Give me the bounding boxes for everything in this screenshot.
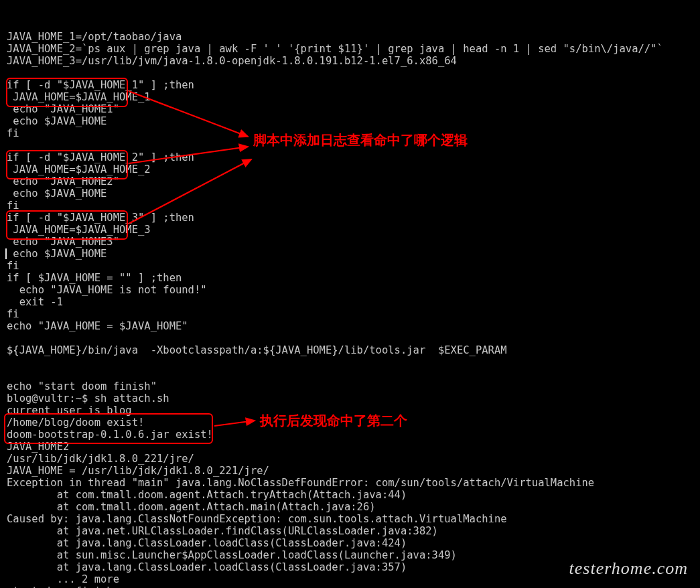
terminal-line: JAVA_HOME2 xyxy=(7,441,693,453)
terminal-line: JAVA_HOME=$JAVA_HOME_2 xyxy=(7,163,693,175)
terminal-line xyxy=(7,139,693,151)
terminal-line: echo $JAVA_HOME xyxy=(7,248,693,260)
terminal-line: JAVA_HOME_2=`ps aux | grep java | awk -F… xyxy=(7,43,693,55)
terminal-line: if [ -d "$JAVA_HOME_1" ] ;then xyxy=(7,79,693,91)
terminal-line: echo "JAVA_HOME = $JAVA_HOME" xyxy=(7,320,693,332)
terminal-line: /home/blog/doom exist! xyxy=(7,417,693,429)
terminal-line: at com.tmall.doom.agent.Attach.main(Atta… xyxy=(7,501,693,513)
terminal-line: current user is blog xyxy=(7,405,693,417)
terminal-line: echo "JAVA_HOME is not found!" xyxy=(7,284,693,296)
terminal-line: echo $JAVA_HOME xyxy=(7,188,693,200)
terminal-line: ${JAVA_HOME}/bin/java -Xbootclasspath/a:… xyxy=(7,344,693,356)
terminal-line: echo "JAVA_HOME3" xyxy=(7,236,693,248)
terminal-line: echo "start doom finish" xyxy=(7,380,693,392)
terminal-line: JAVA_HOME_1=/opt/taobao/java xyxy=(7,31,693,43)
terminal-line xyxy=(7,332,693,344)
terminal-line: exit -1 xyxy=(7,296,693,308)
terminal-line: fi xyxy=(7,260,693,272)
terminal-line: if [ -d "$JAVA_HOME_2" ] ;then xyxy=(7,151,693,163)
terminal-line: JAVA_HOME = /usr/lib/jdk/jdk1.8.0_221/jr… xyxy=(7,465,693,477)
terminal-lines: JAVA_HOME_1=/opt/taobao/javaJAVA_HOME_2=… xyxy=(7,31,693,588)
terminal-line: at java.net.URLClassLoader.findClass(URL… xyxy=(7,525,693,537)
terminal-line: Caused by: java.lang.ClassNotFoundExcept… xyxy=(7,513,693,525)
terminal-line xyxy=(7,67,693,79)
terminal-line: /usr/lib/jdk/jdk1.8.0_221/jre/ xyxy=(7,453,693,465)
terminal-line xyxy=(7,368,693,380)
terminal-line: blog@vultr:~$ sh attach.sh xyxy=(7,392,693,405)
terminal-line: fi xyxy=(7,127,693,139)
terminal-line: JAVA_HOME=$JAVA_HOME_3 xyxy=(7,224,693,236)
terminal-line: doom-bootstrap-0.1.0.6.jar exist! xyxy=(7,429,693,441)
terminal-line: at java.lang.ClassLoader.loadClass(Class… xyxy=(7,537,693,549)
caret-mark xyxy=(5,248,7,259)
terminal-line: if [ -d "$JAVA_HOME_3" ] ;then xyxy=(7,212,693,224)
watermark: testerhome.com xyxy=(569,559,688,579)
terminal-line: if [ $JAVA_HOME = "" ] ;then xyxy=(7,272,693,284)
terminal-line xyxy=(7,356,693,368)
terminal-line: JAVA_HOME_3=/usr/lib/jvm/java-1.8.0-open… xyxy=(7,55,693,67)
terminal-output: JAVA_HOME_1=/opt/taobao/javaJAVA_HOME_2=… xyxy=(0,0,700,588)
terminal-line: echo "JAVA_HOME1" xyxy=(7,103,693,115)
terminal-line: Exception in thread "main" java.lang.NoC… xyxy=(7,477,693,489)
terminal-line: start doom finish xyxy=(7,585,693,588)
terminal-line: at com.tmall.doom.agent.Attach.tryAttach… xyxy=(7,489,693,501)
terminal-line: echo "JAVA_HOME2" xyxy=(7,175,693,188)
terminal-line: JAVA_HOME=$JAVA_HOME_1 xyxy=(7,91,693,103)
terminal-line: fi xyxy=(7,200,693,212)
terminal-line: fi xyxy=(7,308,693,320)
terminal-line: echo $JAVA_HOME xyxy=(7,115,693,127)
